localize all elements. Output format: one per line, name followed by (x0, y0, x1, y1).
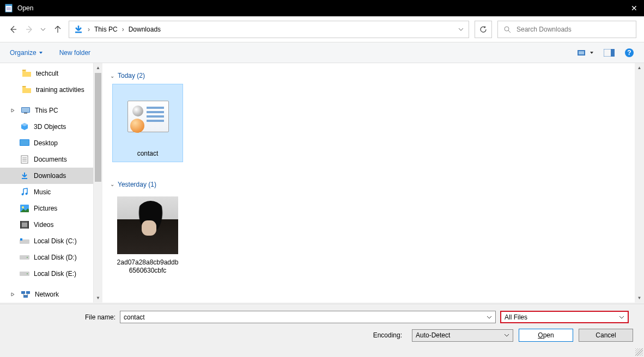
svg-point-29 (22, 206, 24, 208)
sidebar-label: Local Disk (D:) (34, 254, 77, 261)
sidebar-label: Downloads (34, 172, 66, 180)
sidebar-item-diskc[interactable]: Local Disk (C:) (0, 233, 93, 249)
organize-label: Organize (10, 49, 37, 57)
svg-rect-42 (23, 295, 28, 298)
folder-icon (22, 85, 32, 95)
sidebar-label: techcult (36, 70, 58, 77)
sidebar-item-training[interactable]: training activities (0, 82, 93, 98)
back-button[interactable] (8, 24, 19, 35)
toolbar: Organize New folder ? (0, 42, 644, 63)
filetype-combo[interactable]: All Files (500, 311, 629, 323)
sidebar-item-diske[interactable]: Local Disk (E:) (0, 266, 93, 282)
svg-rect-35 (20, 238, 22, 241)
svg-line-9 (508, 30, 511, 33)
scroll-down-icon[interactable]: ▼ (635, 293, 644, 303)
scroll-up-icon[interactable]: ▲ (94, 63, 102, 72)
organize-menu[interactable]: Organize (10, 49, 43, 57)
sidebar-label: Documents (34, 156, 67, 163)
desktop-icon (20, 138, 29, 148)
footer: File name: contact All Files Encoding: A… (0, 304, 644, 357)
view-options-button[interactable] (578, 49, 594, 57)
sidebar-item-desktop[interactable]: Desktop (0, 135, 93, 151)
open-button[interactable]: Open (519, 329, 573, 342)
sidebar-item-pictures[interactable]: Pictures (0, 200, 93, 217)
history-dropdown-icon[interactable] (40, 27, 47, 32)
sidebar-item-thispc[interactable]: This PC (0, 102, 93, 119)
svg-rect-38 (20, 272, 29, 276)
sidebar-scrollbar[interactable]: ▲ ▼ (93, 63, 102, 303)
sidebar-label: Local Disk (C:) (34, 237, 77, 245)
sidebar: techcult training activities This PC 3D … (0, 63, 102, 303)
scroll-down-icon[interactable]: ▼ (94, 293, 102, 303)
search-icon (503, 26, 511, 33)
svg-rect-13 (611, 49, 615, 57)
folder-icon (22, 69, 32, 78)
sidebar-item-diskd[interactable]: Local Disk (D:) (0, 249, 93, 266)
svg-rect-33 (22, 223, 27, 227)
file-label: contact (116, 150, 179, 158)
sidebar-item-documents[interactable]: Documents (0, 151, 93, 168)
expander-icon[interactable] (11, 108, 16, 113)
group-header-today[interactable]: ⌄ Today (2) (108, 69, 629, 84)
help-button[interactable]: ? (624, 48, 634, 58)
cancel-button[interactable]: Cancel (579, 329, 633, 342)
svg-text:?: ? (627, 49, 631, 57)
window-title: Open (17, 4, 629, 12)
svg-point-8 (505, 27, 509, 31)
photo-thumbnail (117, 196, 178, 254)
drive-icon (20, 236, 29, 246)
file-item-contact[interactable]: contact (112, 84, 183, 162)
svg-rect-31 (20, 221, 21, 229)
sidebar-item-network[interactable]: Network (0, 286, 93, 303)
chevron-down-icon[interactable] (458, 26, 464, 33)
encoding-combo[interactable]: Auto-Detect (412, 329, 513, 342)
filetype-value: All Files (505, 313, 619, 321)
svg-rect-7 (75, 32, 82, 33)
address-bar[interactable]: › This PC › Downloads (69, 21, 469, 38)
scroll-up-icon[interactable]: ▲ (635, 63, 644, 72)
documents-icon (20, 155, 29, 164)
filename-value: contact (124, 313, 487, 321)
chevron-down-icon: ⌄ (110, 73, 114, 79)
sidebar-label: training activities (36, 86, 84, 94)
sidebar-item-techcult[interactable]: techcult (0, 65, 93, 82)
expander-icon[interactable] (11, 292, 16, 297)
forward-button[interactable] (24, 24, 35, 35)
svg-point-37 (27, 257, 28, 258)
svg-rect-1 (5, 4, 12, 6)
svg-rect-11 (579, 51, 584, 54)
music-icon (20, 187, 29, 197)
file-item-image[interactable]: 2ad07a28a8cb9addb6560630cbfc (112, 193, 183, 279)
videos-icon (20, 220, 29, 230)
drive-icon (20, 269, 29, 279)
group-header-yesterday[interactable]: ⌄ Yesterday (1) (108, 177, 629, 193)
up-button[interactable] (52, 24, 63, 35)
refresh-button[interactable] (475, 21, 492, 38)
chevron-right-icon: › (87, 26, 91, 33)
sidebar-label: Music (34, 188, 51, 196)
sidebar-item-videos[interactable]: Videos (0, 217, 93, 233)
svg-rect-17 (22, 108, 29, 112)
close-button[interactable]: ✕ (629, 4, 640, 13)
new-folder-label: New folder (59, 49, 90, 57)
caret-down-icon (39, 51, 43, 55)
sidebar-item-downloads[interactable]: Downloads (0, 168, 93, 184)
computer-icon (21, 106, 31, 115)
sidebar-item-3dobjects[interactable]: 3D Objects (0, 119, 93, 135)
downloads-icon (74, 24, 83, 34)
group-label: Yesterday (1) (118, 181, 156, 188)
preview-pane-button[interactable] (604, 49, 615, 57)
svg-rect-25 (22, 178, 27, 179)
breadcrumb-root[interactable]: This PC (94, 26, 118, 33)
search-box[interactable] (497, 21, 636, 38)
svg-rect-41 (26, 291, 30, 294)
breadcrumb-current[interactable]: Downloads (129, 26, 161, 33)
search-input[interactable] (517, 26, 630, 33)
chevron-down-icon (504, 334, 509, 337)
filename-combo[interactable]: contact (120, 311, 496, 323)
scroll-thumb[interactable] (95, 73, 101, 182)
content-scrollbar[interactable]: ▲ ▼ (635, 63, 644, 303)
sidebar-item-music[interactable]: Music (0, 184, 93, 200)
new-folder-button[interactable]: New folder (59, 49, 90, 57)
resize-grip[interactable] (635, 348, 643, 356)
